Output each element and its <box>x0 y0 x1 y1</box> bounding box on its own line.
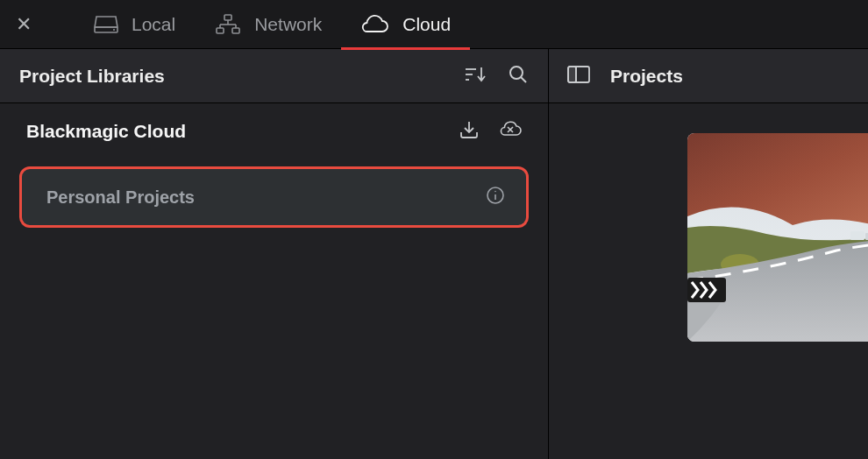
sidebar-toggle-icon[interactable] <box>566 65 591 88</box>
cloud-remove-icon[interactable] <box>499 120 523 143</box>
search-icon[interactable] <box>508 64 529 88</box>
cloud-section-header: Blackmagic Cloud <box>0 103 548 159</box>
projects-panel: Projects <box>549 49 868 459</box>
project-libraries-panel: Project Libraries <box>0 49 549 459</box>
download-icon[interactable] <box>459 120 480 143</box>
local-disk-icon <box>93 14 119 35</box>
project-thumbnail[interactable] <box>687 133 868 342</box>
panel-title: Project Libraries <box>19 66 464 87</box>
svg-rect-3 <box>217 28 224 33</box>
tab-local[interactable]: Local <box>74 0 195 49</box>
panel-header: Project Libraries <box>0 49 548 103</box>
network-icon <box>214 13 242 36</box>
main-area: Project Libraries <box>0 49 868 459</box>
svg-line-14 <box>521 77 526 82</box>
top-tab-bar: ✕ Local Network <box>0 0 868 49</box>
svg-rect-2 <box>224 15 231 20</box>
tab-cloud-label: Cloud <box>402 14 451 35</box>
projects-panel-header: Projects <box>549 49 868 103</box>
projects-body: Summer H <box>549 103 868 459</box>
tab-local-label: Local <box>132 14 175 35</box>
cloud-icon <box>360 14 390 35</box>
panel-body: Blackmagic Cloud <box>0 103 548 459</box>
tab-network-label: Network <box>254 14 322 35</box>
svg-rect-28 <box>850 231 864 240</box>
close-icon[interactable]: ✕ <box>16 13 32 36</box>
svg-point-13 <box>510 67 523 79</box>
projects-panel-title: Projects <box>610 66 683 87</box>
library-item-personal-projects[interactable]: Personal Projects <box>19 166 529 228</box>
info-icon[interactable] <box>486 186 505 208</box>
library-item-label: Personal Projects <box>46 187 486 208</box>
svg-rect-4 <box>232 28 239 33</box>
cloud-section-title: Blackmagic Cloud <box>26 121 459 142</box>
tab-cloud[interactable]: Cloud <box>341 0 470 49</box>
sort-icon[interactable] <box>464 65 487 88</box>
svg-rect-22 <box>568 67 576 82</box>
tab-network[interactable]: Network <box>195 0 341 49</box>
svg-point-19 <box>494 191 496 193</box>
